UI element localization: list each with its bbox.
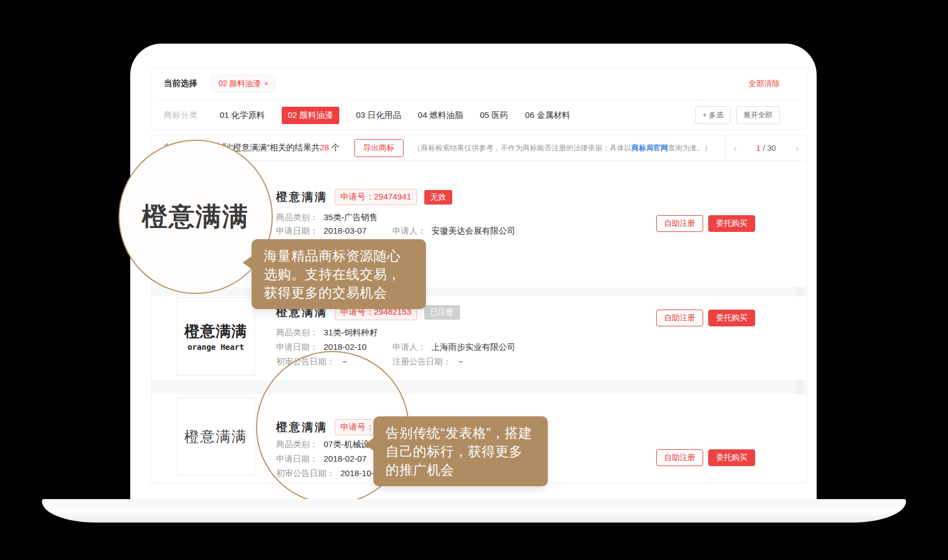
- category-line: 商品类别： 31类-饲料种籽: [276, 328, 378, 338]
- category-item-02-selected[interactable]: 02 颜料油漆: [282, 107, 339, 124]
- trademark-image: 橙意满满: [177, 397, 255, 476]
- laptop-base: [42, 499, 906, 523]
- application-number-badge: 申请号：29474941: [335, 189, 417, 205]
- results-header: 当前分类下检索到“橙意满满”相关的结果共28 个 导出商标 （商标检索结果仅供参…: [151, 135, 807, 161]
- current-selection-label: 当前选择: [164, 78, 197, 89]
- page: 当前选择 02 颜料油漆 × 全部清除 商标分类 01 化学原料 02 颜料油漆…: [0, 0, 948, 560]
- applicant-line: 申请人： 上海雨步实业有限公司: [392, 342, 515, 353]
- category-item-01[interactable]: 01 化学原料: [220, 110, 265, 121]
- applicant-line: 申请人： 安徽美达会展有限公司: [392, 226, 515, 236]
- multi-select-button[interactable]: + 多选: [695, 106, 731, 124]
- date-line: 申请日期： 2018-02-10: [276, 342, 367, 353]
- selected-filter-tag[interactable]: 02 颜料油漆 ×: [212, 75, 275, 93]
- self-register-button[interactable]: 自助注册: [656, 449, 703, 466]
- row-title: 橙意满满 申请号：29474941 无效: [276, 189, 452, 205]
- next-page-icon[interactable]: ›: [795, 143, 799, 153]
- self-register-button[interactable]: 自助注册: [656, 310, 703, 326]
- tooltip-arrow-icon: [243, 256, 252, 269]
- date-line: 申请日期： 2018-03-07: [276, 226, 367, 236]
- tooltip-text: 告别传统“发表格”，搭建自己的标行，获得更多的推广机会: [386, 425, 532, 477]
- trademark-name: 橙意满满: [276, 189, 328, 205]
- row-actions: 自助注册 委托购买: [656, 449, 755, 466]
- results-disclaimer: （商标检索结果仅供参考，不作为商标能否注册的法律依据；具体以商标局官网查询为准。…: [414, 143, 712, 153]
- pagination: ‹ 1 / 30 ›: [725, 135, 807, 160]
- expand-all-button[interactable]: 展开全部: [736, 106, 780, 124]
- results-count: 28: [320, 143, 329, 152]
- current-selection-row: 当前选择 02 颜料油漆 × 全部清除: [151, 68, 807, 99]
- status-badge: 已注册: [424, 305, 460, 320]
- entrust-buy-button[interactable]: 委托购买: [708, 310, 755, 326]
- trademark-image: 橙意满满 orange Heart: [177, 297, 255, 376]
- tooltip-callout: 海量精品商标资源随心选购。支持在线交易，获得更多的交易机会: [252, 239, 426, 309]
- row-actions: 自助注册 委托购买: [656, 310, 755, 326]
- selected-filter-tag-text: 02 颜料油漆: [219, 79, 260, 89]
- self-register-button[interactable]: 自助注册: [656, 215, 703, 232]
- prev-page-icon[interactable]: ‹: [733, 143, 737, 153]
- category-label: 商标分类: [164, 110, 197, 121]
- magnified-trademark-text: 橙意满满: [142, 200, 249, 234]
- category-row: 商标分类 01 化学原料 02 颜料油漆 03 日化用品 04 燃料油脂 05 …: [151, 100, 807, 130]
- category-line: 商品类别： 35类-广告销售: [276, 212, 378, 223]
- row-actions: 自助注册 委托购买: [656, 215, 755, 232]
- tooltip-arrow-icon: [364, 438, 374, 451]
- category-item-06[interactable]: 06 金属材料: [525, 110, 570, 121]
- category-item-03[interactable]: 03 日化用品: [356, 110, 401, 121]
- category-item-04[interactable]: 04 燃料油脂: [418, 110, 463, 121]
- export-trademarks-button[interactable]: 导出商标: [354, 139, 404, 157]
- table-row: 橙意满满 orange Heart 橙意满满 申请号：29482153 已注册 …: [151, 296, 807, 380]
- tooltip-text: 海量精品商标资源随心选购。支持在线交易，获得更多的交易机会: [264, 248, 401, 300]
- category-item-05[interactable]: 05 医药: [480, 110, 508, 121]
- tag-close-icon[interactable]: ×: [264, 79, 268, 88]
- tooltip-callout: 告别传统“发表格”，搭建自己的标行，获得更多的推广机会: [373, 416, 548, 486]
- entrust-buy-button[interactable]: 委托购买: [708, 449, 755, 466]
- magnifier-circle: 橙意满满: [118, 140, 273, 294]
- category-list: 01 化学原料 02 颜料油漆 03 日化用品 04 燃料油脂 05 医药 06…: [220, 107, 570, 124]
- reg-notice-line: 注册公告日期： －: [392, 357, 465, 367]
- trademark-office-link[interactable]: 商标局官网: [632, 144, 668, 152]
- entrust-buy-button[interactable]: 委托购买: [708, 215, 755, 232]
- clear-all-link[interactable]: 全部清除: [748, 79, 780, 89]
- status-badge: 无效: [424, 190, 452, 205]
- filter-panel: 当前选择 02 颜料油漆 × 全部清除 商标分类 01 化学原料 02 颜料油漆…: [151, 67, 807, 130]
- page-indicator: 1 / 30: [756, 144, 776, 153]
